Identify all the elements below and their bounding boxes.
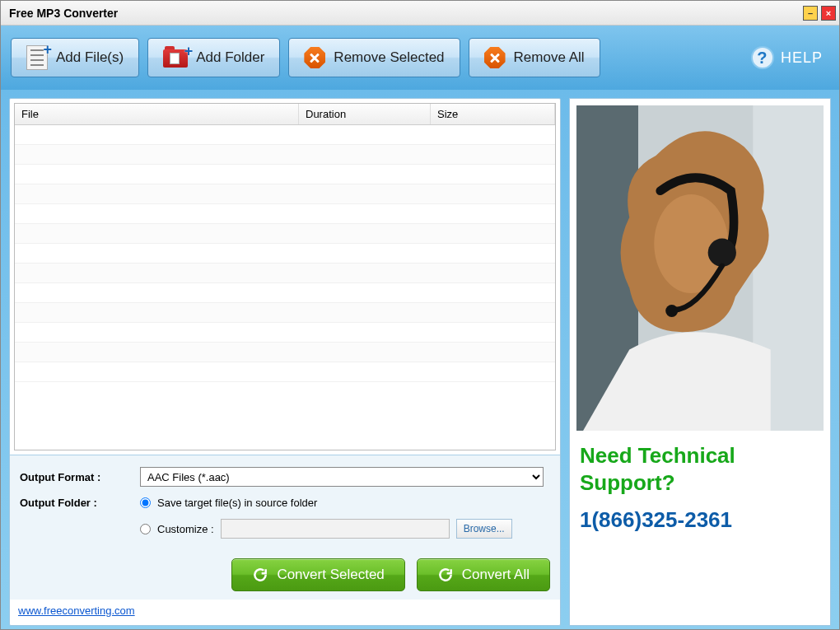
minimize-button[interactable]: – — [803, 6, 818, 21]
footer-link[interactable]: www.freeconverting.com — [10, 600, 560, 625]
table-row — [15, 125, 555, 145]
table-row — [15, 323, 555, 343]
add-files-label: Add File(s) — [56, 49, 124, 66]
source-folder-label: Save target file(s) in source folder — [157, 497, 317, 509]
remove-icon — [304, 47, 325, 68]
col-duration[interactable]: Duration — [299, 104, 431, 124]
support-title: Need Technical Support? — [576, 442, 824, 496]
table-row — [15, 264, 555, 283]
folder-icon: + — [163, 48, 188, 68]
output-folder-label: Output Folder : — [20, 497, 135, 509]
table-row — [15, 244, 555, 264]
table-body[interactable] — [15, 125, 555, 450]
window-title: Free MP3 Converter — [9, 7, 118, 20]
help-icon: ? — [751, 46, 774, 69]
table-row — [15, 224, 555, 244]
refresh-icon — [437, 567, 454, 583]
main-panel: File Duration Size — [9, 98, 561, 626]
titlebar: Free MP3 Converter – × — [1, 1, 839, 26]
support-image — [576, 105, 824, 431]
table-row — [15, 283, 555, 303]
table-row — [15, 145, 555, 165]
body-area: File Duration Size — [1, 90, 839, 629]
table-row — [15, 165, 555, 184]
remove-selected-button[interactable]: Remove Selected — [288, 38, 460, 77]
file-table: File Duration Size — [14, 103, 556, 450]
remove-all-button[interactable]: + Remove All — [469, 38, 600, 77]
source-folder-radio[interactable] — [140, 497, 151, 508]
table-header: File Duration Size — [15, 104, 555, 125]
side-panel: Need Technical Support? 1(866)325-2361 — [569, 98, 831, 626]
close-button[interactable]: × — [821, 6, 836, 21]
convert-all-button[interactable]: Convert All — [417, 558, 550, 591]
output-format-select[interactable]: AAC Files (*.aac) — [140, 467, 544, 487]
help-label: HELP — [781, 49, 823, 67]
add-folder-button[interactable]: + Add Folder — [147, 38, 280, 77]
convert-selected-label: Convert Selected — [277, 567, 384, 583]
window-controls: – × — [803, 6, 836, 21]
customize-path-input[interactable] — [221, 519, 450, 539]
remove-selected-label: Remove Selected — [334, 49, 444, 66]
settings-panel: Output Format : AAC Files (*.aac) Output… — [10, 455, 560, 600]
col-file[interactable]: File — [15, 104, 299, 124]
refresh-icon — [252, 567, 268, 583]
remove-all-label: Remove All — [514, 49, 585, 66]
support-phone: 1(866)325-2361 — [576, 507, 824, 533]
toolbar: + Add File(s) + Add Folder Remove Select… — [1, 26, 839, 90]
add-folder-label: Add Folder — [196, 49, 264, 66]
table-row — [15, 343, 555, 362]
svg-point-5 — [665, 305, 678, 317]
document-icon: + — [26, 45, 48, 70]
customize-label: Customize : — [157, 523, 214, 535]
table-row — [15, 184, 555, 204]
svg-point-4 — [708, 239, 736, 267]
table-row — [15, 362, 555, 382]
app-window: Free MP3 Converter – × + Add File(s) + A… — [0, 0, 840, 630]
remove-icon: + — [484, 47, 506, 68]
help-link[interactable]: ? HELP — [751, 46, 829, 69]
convert-all-label: Convert All — [462, 567, 530, 583]
convert-selected-button[interactable]: Convert Selected — [231, 558, 404, 591]
table-row — [15, 204, 555, 224]
browse-button[interactable]: Browse... — [456, 519, 512, 539]
output-format-label: Output Format : — [20, 471, 135, 483]
col-size[interactable]: Size — [431, 104, 555, 124]
add-files-button[interactable]: + Add File(s) — [11, 38, 139, 77]
customize-radio[interactable] — [140, 524, 151, 534]
table-row — [15, 303, 555, 323]
